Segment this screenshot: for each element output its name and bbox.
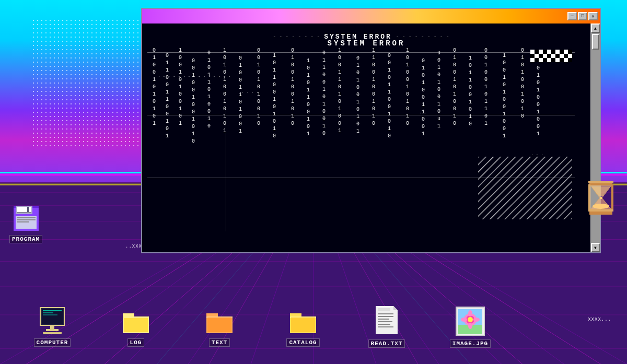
binary-content: - - - - - - - - SYSTEM ERROR - - - - - -…	[147, 29, 575, 247]
svg-rect-58	[564, 58, 568, 62]
readtxt-icon[interactable]: READ.TXT	[350, 305, 423, 348]
svg-rect-71	[27, 207, 29, 212]
close-button[interactable]: ✕	[588, 12, 598, 20]
readtxt-label: READ.TXT	[368, 339, 405, 348]
svg-rect-97	[124, 318, 148, 332]
hourglass-graphic	[586, 180, 616, 217]
svg-rect-114	[378, 326, 393, 327]
dot-scatter-4: . . .	[531, 151, 543, 156]
svg-rect-68	[17, 217, 36, 218]
svg-rect-41	[535, 54, 539, 58]
catalog-icon[interactable]: CATALOG	[266, 306, 340, 347]
svg-rect-88	[43, 314, 57, 315]
hatch-bottom-right	[478, 157, 572, 219]
text-label: TEXT	[209, 338, 230, 347]
svg-rect-43	[543, 54, 547, 58]
svg-rect-80	[600, 197, 602, 199]
svg-rect-70	[17, 221, 29, 222]
svg-rect-33	[543, 50, 547, 54]
svg-rect-34	[547, 50, 551, 54]
computer-label: COMPUTER	[34, 338, 71, 347]
svg-rect-40	[530, 54, 535, 58]
computer-icon[interactable]: COMPUTER	[16, 306, 89, 347]
svg-rect-86	[43, 310, 62, 311]
system-error-window: — □ ✕ SYSTEM ERROR - - - - - - - - SYSTE…	[141, 8, 601, 253]
program-icon[interactable]: PROGRAM	[9, 204, 42, 243]
svg-rect-109	[378, 313, 393, 314]
minimize-button[interactable]: —	[567, 12, 577, 20]
log-label: LOG	[127, 338, 145, 347]
svg-rect-54	[547, 58, 551, 62]
svg-marker-78	[591, 186, 610, 196]
checker-top-right: XXXXX..	[530, 50, 572, 65]
svg-rect-89	[50, 326, 54, 329]
svg-rect-45	[551, 54, 555, 58]
text-folder-graphic	[204, 306, 235, 336]
imagejpg-label: IMAGE.JPG	[450, 339, 491, 348]
svg-rect-66	[17, 212, 31, 213]
svg-rect-51	[535, 58, 539, 62]
scroll-down-button[interactable]: ▼	[591, 243, 600, 252]
svg-rect-36	[555, 50, 560, 54]
computer-graphic	[36, 306, 69, 336]
svg-rect-92	[44, 333, 61, 334]
svg-rect-110	[378, 316, 393, 317]
svg-rect-50	[530, 58, 535, 62]
svg-rect-49	[568, 54, 572, 58]
svg-rect-31	[535, 50, 539, 54]
svg-rect-82	[611, 184, 613, 209]
dot-scatter-2: . . . .	[241, 89, 259, 93]
svg-rect-42	[539, 54, 543, 58]
imagejpg-graphic	[454, 305, 486, 337]
svg-marker-108	[393, 306, 398, 310]
svg-rect-81	[588, 184, 590, 209]
svg-rect-87	[43, 312, 53, 313]
desktop-icons-row: COMPUTER LOG TEXT	[0, 288, 627, 364]
readtxt-graphic	[371, 305, 402, 337]
system-error-title: SYSTEM ERROR	[147, 39, 585, 48]
svg-rect-39	[568, 50, 572, 54]
scroll-up-button[interactable]: ▲	[591, 24, 600, 33]
svg-rect-73	[588, 209, 613, 212]
log-icon[interactable]: LOG	[99, 306, 172, 347]
svg-rect-102	[207, 318, 231, 332]
svg-rect-85	[42, 309, 63, 324]
svg-rect-112	[378, 321, 392, 322]
svg-rect-61	[478, 157, 572, 219]
catalog-label: CATALOG	[286, 338, 319, 347]
svg-rect-52	[539, 58, 543, 62]
dot-scatter-3: . .	[419, 110, 426, 114]
window-content: SYSTEM ERROR - - - - - - - - SYSTEM ERRO…	[142, 24, 600, 252]
svg-point-126	[468, 317, 473, 322]
svg-rect-69	[17, 219, 36, 220]
svg-point-122	[468, 310, 472, 316]
svg-rect-56	[555, 58, 560, 62]
svg-rect-48	[564, 54, 568, 58]
svg-rect-57	[560, 58, 564, 62]
svg-rect-98	[123, 316, 149, 318]
svg-rect-46	[555, 54, 560, 58]
svg-rect-90	[46, 329, 59, 331]
imagejpg-icon[interactable]: IMAGE.JPG	[434, 305, 507, 348]
hourglass-icon[interactable]	[586, 180, 616, 219]
svg-rect-59	[568, 58, 572, 62]
svg-rect-35	[551, 50, 555, 54]
program-label: PROGRAM	[9, 235, 42, 243]
floppy-disk-graphic	[11, 204, 41, 233]
svg-rect-53	[543, 58, 547, 62]
window-titlebar: — □ ✕	[142, 9, 600, 24]
svg-rect-111	[378, 319, 389, 320]
svg-rect-106	[291, 318, 315, 332]
maximize-button[interactable]: □	[578, 12, 587, 20]
svg-rect-47	[560, 54, 564, 58]
text-icon[interactable]: TEXT	[183, 306, 256, 347]
svg-rect-113	[378, 324, 390, 325]
scroll-thumb[interactable]	[592, 34, 599, 50]
svg-rect-37	[560, 50, 564, 54]
svg-point-125	[473, 318, 480, 322]
svg-rect-115	[378, 308, 390, 311]
svg-rect-38	[564, 50, 568, 54]
svg-point-79	[593, 204, 609, 209]
binary-matrix: 0 1 0 0 1 0 1 0 1 0 1 0 1 1 0 0 1 1 0 0 …	[147, 47, 575, 245]
svg-rect-44	[547, 54, 551, 58]
